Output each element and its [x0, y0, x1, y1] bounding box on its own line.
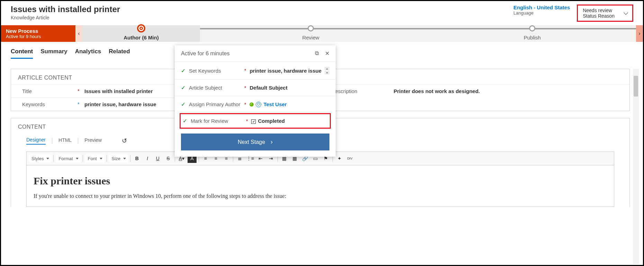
- bold-icon[interactable]: B: [133, 154, 142, 163]
- content-paragraph: If you're unable to connect to your prin…: [34, 193, 607, 199]
- flyout-label: Mark for Review: [191, 118, 246, 124]
- scrollbar-thumb[interactable]: [634, 76, 638, 97]
- process-duration: Active for 9 hours: [6, 34, 71, 39]
- italic-icon[interactable]: I: [143, 154, 152, 163]
- flyout-value: printer issue, hardware issue: [250, 68, 325, 74]
- field-label: Description: [332, 88, 387, 94]
- stage-circle-icon: [308, 25, 314, 31]
- field-label: Title: [22, 88, 78, 94]
- flyout-label: Set Keywords: [189, 68, 244, 74]
- stage-label: Author (6 Min): [124, 35, 159, 40]
- check-icon: ✓: [181, 84, 185, 91]
- status-reason-field[interactable]: Needs review Status Reason: [577, 4, 633, 22]
- flyout-row-subject[interactable]: ✓ Article Subject * Default Subject: [175, 79, 336, 96]
- field-value: Issues with installed printer: [84, 88, 153, 94]
- status-value: Needs review: [583, 8, 615, 13]
- presence-icon: [250, 102, 254, 107]
- field-value: printer issue, hardware issue: [84, 101, 156, 107]
- scrollbar[interactable]: [633, 69, 639, 264]
- flyout-title: Active for 6 minutes: [181, 51, 230, 57]
- check-icon: ✓: [181, 67, 185, 74]
- separator: [78, 138, 78, 144]
- content-heading: Fix printer issues: [34, 175, 607, 187]
- font-select[interactable]: Font: [85, 155, 105, 163]
- popout-icon[interactable]: ⧉: [315, 50, 319, 57]
- strike-icon[interactable]: S: [164, 154, 173, 163]
- required-star-icon: *: [244, 102, 246, 107]
- separator: [52, 138, 52, 144]
- tab-content[interactable]: Content: [11, 48, 33, 59]
- recommended-star-icon: *: [78, 101, 84, 107]
- separator: [83, 155, 83, 162]
- flyout-row-keywords[interactable]: ✓ Set Keywords * printer issue, hardware…: [175, 62, 336, 79]
- close-icon[interactable]: ✕: [325, 50, 329, 57]
- underline-icon[interactable]: U: [153, 154, 162, 163]
- required-star-icon: *: [244, 68, 246, 73]
- tab-related[interactable]: Related: [109, 48, 130, 59]
- flyout-label: Article Subject: [189, 85, 244, 91]
- required-star-icon: *: [246, 118, 248, 124]
- tab-summary[interactable]: Summary: [40, 48, 67, 59]
- flyout-value: Default Subject: [250, 85, 329, 91]
- language-value: English - United States: [514, 4, 570, 10]
- stage-publish[interactable]: Publish: [421, 25, 643, 42]
- stage-circle-icon: [529, 25, 535, 31]
- stage-flyout: Active for 6 minutes ⧉ ✕ ✓ Set Keywords …: [175, 45, 336, 157]
- editor-tab-html[interactable]: HTML: [58, 137, 72, 144]
- flyout-row-author[interactable]: ✓ Assign Primary Author * Test User: [175, 96, 336, 112]
- stage-label: Publish: [524, 35, 541, 40]
- required-star-icon: *: [78, 88, 84, 94]
- flyout-value: ✓Completed: [251, 118, 328, 124]
- user-icon: [256, 102, 261, 107]
- process-name[interactable]: New Process Active for 9 hours: [1, 25, 75, 42]
- process-prev-arrow[interactable]: ‹: [75, 25, 82, 42]
- format-select[interactable]: Format: [56, 155, 80, 163]
- tab-analytics[interactable]: Analytics: [75, 48, 101, 59]
- stage-circle-icon: [137, 24, 145, 33]
- undo-icon[interactable]: ↺: [122, 137, 127, 145]
- stage-review[interactable]: Review: [200, 25, 421, 42]
- entity-type: Knowledge Article: [11, 15, 120, 20]
- spinner-control[interactable]: ▴▾: [325, 67, 329, 74]
- required-star-icon: [387, 88, 394, 94]
- checkbox-label: Completed: [258, 118, 285, 124]
- size-select[interactable]: Size: [109, 155, 128, 163]
- user-name: Test User: [263, 101, 287, 107]
- editor-tab-designer[interactable]: Designer: [26, 137, 46, 145]
- page-title: Issues with installed printer: [11, 4, 120, 14]
- field-value: Printer does not work as designed.: [394, 88, 480, 94]
- stage-label: Review: [302, 35, 319, 40]
- chevron-down-icon: [624, 10, 628, 15]
- flyout-label: Assign Primary Author: [189, 101, 244, 107]
- separator: [107, 155, 107, 162]
- separator: [130, 155, 130, 162]
- language-field[interactable]: English - United States Language: [514, 4, 570, 16]
- stage-author[interactable]: Author (6 Min): [82, 25, 200, 42]
- separator: [53, 155, 54, 162]
- check-icon: ✓: [181, 101, 185, 108]
- process-title: New Process: [6, 28, 71, 34]
- next-stage-button[interactable]: Next Stage ›: [181, 134, 329, 150]
- editor-body[interactable]: Fix printer issues If you're unable to c…: [26, 165, 614, 207]
- field-label: Keywords: [22, 101, 78, 107]
- flyout-row-mark-review[interactable]: ✓ Mark for Review * ✓Completed: [180, 113, 331, 129]
- arrow-right-icon: ›: [271, 138, 273, 146]
- editor-tab-preview[interactable]: Preview: [84, 137, 102, 144]
- sparkle-icon[interactable]: ✦: [335, 154, 344, 163]
- checkbox-icon[interactable]: ✓: [251, 119, 256, 124]
- check-icon: ✓: [183, 118, 187, 124]
- button-label: Next Stage: [238, 139, 265, 145]
- styles-select[interactable]: Styles: [29, 155, 51, 163]
- language-label: Language: [514, 10, 570, 16]
- flyout-value-user: Test User: [250, 101, 329, 107]
- description-field[interactable]: Description Printer does not work as des…: [320, 84, 630, 98]
- process-bar: New Process Active for 9 hours ‹ Author …: [1, 25, 643, 42]
- status-label: Status Reason: [583, 13, 615, 19]
- required-star-icon: *: [244, 85, 246, 91]
- div-icon[interactable]: DIV: [345, 154, 354, 163]
